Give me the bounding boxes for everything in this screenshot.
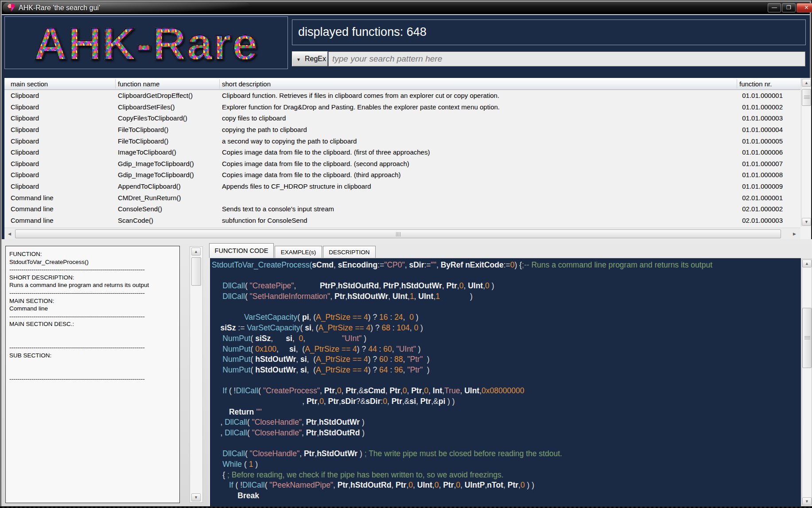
table-hscroll-thumb[interactable] xyxy=(15,229,781,238)
scroll-right-icon[interactable]: ▶ xyxy=(790,229,799,238)
scroll-up-icon[interactable]: ▲ xyxy=(802,79,811,87)
code-line: VarSetCapacity( pi, (A_PtrSize == 4) ? 1… xyxy=(212,312,712,323)
cell-function-name: FileToClipboard() xyxy=(118,126,168,133)
function-table: main section function name short descrip… xyxy=(4,78,811,239)
chevron-down-icon: ▼ xyxy=(296,57,301,62)
cell-function-name: CopyFilesToClipboard() xyxy=(118,114,187,122)
col-function-nr[interactable]: function nr. xyxy=(739,80,772,88)
cell-function-name: ImageToClipboard() xyxy=(118,148,176,156)
table-row[interactable]: ClipboardImageToClipboard()Copies image … xyxy=(4,147,800,158)
info-scrollbar[interactable]: ▲ ▼ xyxy=(190,246,203,503)
code-line: , DllCall( "CloseHandle", Ptr,hStdOutWr … xyxy=(212,417,712,428)
table-row[interactable]: ClipboardFileToClipboard()copying the pa… xyxy=(4,124,800,136)
info-divider: ----------------------------------------… xyxy=(9,375,176,383)
table-horizontal-scrollbar[interactable]: ◀ ▶ xyxy=(4,228,800,239)
cell-short-description: Appends files to CF_HDROP structure in c… xyxy=(222,182,371,190)
detail-section: FUNCTION:StdoutToVar_CreateProcess()----… xyxy=(2,239,812,506)
table-row[interactable]: ClipboardFileToClipboard()a second way t… xyxy=(4,136,800,147)
info-line: StdoutToVar_CreateProcess() xyxy=(9,258,176,266)
info-divider: ----------------------------------------… xyxy=(9,289,176,297)
table-header[interactable]: main section function name short descrip… xyxy=(4,78,800,90)
code-line: NumPut( hStdOutWr, si, (A_PtrSize == 4) … xyxy=(212,354,712,365)
cell-function-nr: 01.01.000003 xyxy=(721,114,783,122)
table-row[interactable]: ClipboardCopyFilesToClipboard()copy file… xyxy=(4,112,800,124)
maximize-button[interactable]: ❐ xyxy=(782,3,796,12)
cell-function-name: ConsoleSend() xyxy=(118,205,162,213)
code-scrollbar[interactable]: ▲ ▼ xyxy=(802,259,812,506)
cell-function-name: CMDret_RunReturn() xyxy=(118,194,181,202)
cell-function-nr: 01.01.000006 xyxy=(721,148,783,156)
cell-short-description: a second way to copying the path to clip… xyxy=(222,137,357,145)
code-scroll-thumb[interactable] xyxy=(802,308,812,368)
cell-short-description: Explorer function for Drag&Drop and Past… xyxy=(222,103,500,111)
displayed-functions-count: displayed functions: 648 xyxy=(298,25,427,39)
cell-short-description: copy files to clipboard xyxy=(222,114,286,122)
scroll-grip xyxy=(804,336,810,340)
cell-function-nr: 01.01.000001 xyxy=(721,92,783,99)
close-button[interactable]: ✕ xyxy=(796,3,812,12)
cell-function-nr: 01.01.000005 xyxy=(721,137,783,145)
title-bar[interactable]: AHK-Rare 'the search gui' — ❐ ✕ xyxy=(2,2,810,14)
cell-main-section: Clipboard xyxy=(11,126,39,133)
code-line: Return "" xyxy=(212,407,712,418)
info-line: FUNCTION: xyxy=(9,250,176,258)
table-row[interactable]: ClipboardClipboardGetDropEffect()Clipboa… xyxy=(4,90,800,101)
tab-description[interactable]: DESCRIPTION xyxy=(323,246,376,258)
cell-short-description: Copies image data from file to the clipb… xyxy=(222,171,401,178)
table-vertical-scrollbar[interactable]: ▲ ▼ xyxy=(801,78,811,226)
code-line: DllCall( "CreatePipe", PtrP,hStdOutRd, P… xyxy=(212,281,712,291)
cell-function-name: AppendToClipboard() xyxy=(118,182,181,190)
function-info-panel: FUNCTION:StdoutToVar_CreateProcess()----… xyxy=(5,246,180,503)
scroll-grip xyxy=(396,232,400,237)
app-logo: AHK-Rare xyxy=(5,18,288,69)
table-row[interactable]: Command lineConsoleSend()Sends text to a… xyxy=(4,203,800,215)
scroll-down-icon[interactable]: ▼ xyxy=(802,218,811,226)
regex-mode-label: RegEx xyxy=(305,55,326,63)
cell-function-name: ClipboardGetDropEffect() xyxy=(118,92,193,99)
scroll-grip xyxy=(804,96,810,99)
code-line xyxy=(212,302,712,313)
table-row[interactable]: ClipboardAppendToClipboard()Appends file… xyxy=(4,181,800,192)
cell-function-name: Gdip_ImageToClipboard() xyxy=(118,160,194,167)
search-input[interactable] xyxy=(328,51,805,66)
info-line: MAIN SECTION DESC.: xyxy=(9,320,176,328)
cell-main-section: Clipboard xyxy=(11,148,39,156)
column-separator xyxy=(219,79,220,89)
cell-main-section: Clipboard xyxy=(11,103,39,111)
tab-examples[interactable]: EXAMPLE(s) xyxy=(275,246,322,258)
col-main-section[interactable]: main section xyxy=(11,80,48,88)
code-line: DllCall( "CloseHandle", Ptr,hStdOutWr ) … xyxy=(212,449,712,459)
info-scroll-thumb[interactable] xyxy=(191,257,201,286)
code-line: DllCall( "SetHandleInformation", Ptr,hSt… xyxy=(212,291,712,302)
info-line: SUB SECTION: xyxy=(9,352,176,360)
cell-function-nr: 02.01.000001 xyxy=(721,194,783,202)
scroll-down-icon[interactable]: ▼ xyxy=(802,497,812,505)
code-line xyxy=(212,271,712,281)
table-row[interactable]: Command lineScanCode()subfunction for Co… xyxy=(4,215,800,226)
table-row[interactable]: Command lineCMDret_RunReturn()02.01.0000… xyxy=(4,192,800,204)
scroll-up-icon[interactable]: ▲ xyxy=(191,248,201,256)
cell-short-description: subfunction for ConsoleSend xyxy=(222,217,307,224)
regex-mode-button[interactable]: ▼ RegEx xyxy=(292,51,328,66)
table-row[interactable]: ClipboardGdip_ImageToClipboard()Copies i… xyxy=(4,158,800,170)
cell-short-description: Copies image data from file to the clipb… xyxy=(222,148,430,156)
code-line: Break xyxy=(212,491,712,501)
scroll-down-icon[interactable]: ▼ xyxy=(191,493,201,501)
scroll-up-icon[interactable]: ▲ xyxy=(802,260,812,268)
table-row[interactable]: ClipboardGdip_ImageToClipboard()Copies i… xyxy=(4,169,800,181)
col-function-name[interactable]: function name xyxy=(118,80,159,88)
table-vscroll-thumb[interactable] xyxy=(802,89,811,106)
info-line xyxy=(9,336,176,344)
code-editor[interactable]: StdoutToVar_CreateProcess(sCmd, sEncodin… xyxy=(212,260,712,501)
cell-function-name: ScanCode() xyxy=(118,217,153,224)
code-line xyxy=(212,376,712,386)
scroll-left-icon[interactable]: ◀ xyxy=(5,229,14,238)
table-row[interactable]: ClipboardClipboardSetFiles()Explorer fun… xyxy=(4,101,800,113)
tab-function-code[interactable]: FUNCTION CODE xyxy=(209,243,274,258)
column-separator xyxy=(115,79,116,89)
minimize-button[interactable]: — xyxy=(768,3,781,12)
function-code-panel[interactable]: StdoutToVar_CreateProcess(sCmd, sEncodin… xyxy=(209,258,801,506)
cell-main-section: Command line xyxy=(11,217,54,224)
col-short-description[interactable]: short description xyxy=(222,80,271,88)
app-window: AHK-Rare 'the search gui' — ❐ ✕ AHK-Rare… xyxy=(0,0,811,506)
